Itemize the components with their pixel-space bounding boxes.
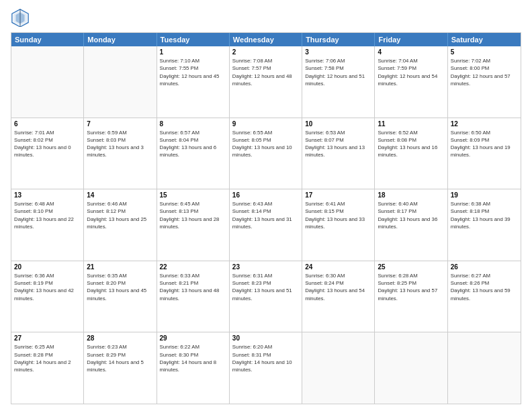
- header-day-tuesday: Tuesday: [157, 33, 230, 46]
- day-cell-26: 26Sunrise: 6:27 AMSunset: 8:26 PMDayligh…: [448, 261, 521, 332]
- day-cell-30: 30Sunrise: 6:20 AMSunset: 8:31 PMDayligh…: [230, 332, 302, 404]
- calendar-body: 1Sunrise: 7:10 AMSunset: 7:55 PMDaylight…: [11, 46, 521, 404]
- day-cell-28: 28Sunrise: 6:23 AMSunset: 8:29 PMDayligh…: [84, 332, 157, 404]
- day-cell-4: 4Sunrise: 7:04 AMSunset: 7:59 PMDaylight…: [375, 46, 447, 118]
- day-info: Sunrise: 6:52 AMSunset: 8:08 PMDaylight:…: [378, 129, 444, 159]
- day-cell-17: 17Sunrise: 6:41 AMSunset: 8:15 PMDayligh…: [302, 189, 375, 261]
- day-number: 23: [232, 263, 299, 271]
- day-number: 28: [87, 334, 153, 342]
- empty-cell: [11, 46, 84, 118]
- day-info: Sunrise: 6:46 AMSunset: 8:12 PMDaylight:…: [87, 200, 153, 230]
- week-row-5: 27Sunrise: 6:25 AMSunset: 8:28 PMDayligh…: [11, 332, 521, 404]
- header-day-wednesday: Wednesday: [230, 33, 302, 46]
- day-number: 16: [232, 191, 299, 199]
- day-cell-27: 27Sunrise: 6:25 AMSunset: 8:28 PMDayligh…: [11, 332, 84, 404]
- day-info: Sunrise: 6:55 AMSunset: 8:05 PMDaylight:…: [232, 129, 299, 159]
- day-number: 11: [378, 120, 444, 128]
- day-number: 24: [305, 263, 371, 271]
- day-cell-19: 19Sunrise: 6:38 AMSunset: 8:18 PMDayligh…: [448, 189, 521, 261]
- day-number: 19: [451, 191, 518, 199]
- header: [11, 8, 521, 27]
- day-number: 6: [14, 120, 81, 128]
- day-cell-12: 12Sunrise: 6:50 AMSunset: 8:09 PMDayligh…: [448, 118, 521, 189]
- day-number: 9: [232, 120, 299, 128]
- calendar: SundayMondayTuesdayWednesdayThursdayFrid…: [11, 32, 521, 404]
- header-day-thursday: Thursday: [302, 33, 375, 46]
- day-info: Sunrise: 6:41 AMSunset: 8:15 PMDaylight:…: [305, 200, 371, 230]
- day-number: 3: [305, 48, 371, 56]
- day-info: Sunrise: 7:04 AMSunset: 7:59 PMDaylight:…: [378, 57, 444, 87]
- day-info: Sunrise: 7:10 AMSunset: 7:55 PMDaylight:…: [160, 57, 226, 87]
- day-cell-25: 25Sunrise: 6:28 AMSunset: 8:25 PMDayligh…: [375, 261, 447, 332]
- day-cell-16: 16Sunrise: 6:43 AMSunset: 8:14 PMDayligh…: [230, 189, 302, 261]
- week-row-1: 1Sunrise: 7:10 AMSunset: 7:55 PMDaylight…: [11, 46, 521, 118]
- day-cell-10: 10Sunrise: 6:53 AMSunset: 8:07 PMDayligh…: [302, 118, 375, 189]
- day-cell-6: 6Sunrise: 7:01 AMSunset: 8:02 PMDaylight…: [11, 118, 84, 189]
- day-number: 26: [451, 263, 518, 271]
- week-row-4: 20Sunrise: 6:36 AMSunset: 8:19 PMDayligh…: [11, 261, 521, 333]
- page: SundayMondayTuesdayWednesdayThursdayFrid…: [0, 0, 532, 411]
- empty-cell: [84, 46, 157, 118]
- day-info: Sunrise: 7:02 AMSunset: 8:00 PMDaylight:…: [451, 57, 518, 87]
- day-info: Sunrise: 6:50 AMSunset: 8:09 PMDaylight:…: [451, 129, 518, 159]
- day-info: Sunrise: 6:22 AMSunset: 8:30 PMDaylight:…: [160, 343, 226, 373]
- logo-icon: [11, 8, 30, 27]
- day-number: 14: [87, 191, 153, 199]
- day-cell-3: 3Sunrise: 7:06 AMSunset: 7:58 PMDaylight…: [302, 46, 375, 118]
- day-info: Sunrise: 6:45 AMSunset: 8:13 PMDaylight:…: [160, 200, 226, 230]
- day-number: 12: [451, 120, 518, 128]
- day-number: 27: [14, 334, 81, 342]
- day-number: 30: [232, 334, 299, 342]
- day-number: 25: [378, 263, 444, 271]
- day-info: Sunrise: 6:53 AMSunset: 8:07 PMDaylight:…: [305, 129, 371, 159]
- day-number: 29: [160, 334, 226, 342]
- calendar-header: SundayMondayTuesdayWednesdayThursdayFrid…: [11, 33, 521, 46]
- day-number: 13: [14, 191, 81, 199]
- day-info: Sunrise: 6:27 AMSunset: 8:26 PMDaylight:…: [451, 272, 518, 302]
- day-info: Sunrise: 6:33 AMSunset: 8:21 PMDaylight:…: [160, 272, 226, 302]
- day-cell-13: 13Sunrise: 6:48 AMSunset: 8:10 PMDayligh…: [11, 189, 84, 261]
- day-info: Sunrise: 6:28 AMSunset: 8:25 PMDaylight:…: [378, 272, 444, 302]
- day-info: Sunrise: 6:25 AMSunset: 8:28 PMDaylight:…: [14, 343, 81, 373]
- day-info: Sunrise: 6:20 AMSunset: 8:31 PMDaylight:…: [232, 343, 299, 373]
- day-number: 22: [160, 263, 226, 271]
- day-info: Sunrise: 7:01 AMSunset: 8:02 PMDaylight:…: [14, 129, 81, 159]
- day-number: 7: [87, 120, 153, 128]
- day-info: Sunrise: 7:08 AMSunset: 7:57 PMDaylight:…: [232, 57, 299, 87]
- day-cell-8: 8Sunrise: 6:57 AMSunset: 8:04 PMDaylight…: [157, 118, 230, 189]
- day-info: Sunrise: 6:35 AMSunset: 8:20 PMDaylight:…: [87, 272, 153, 302]
- day-info: Sunrise: 6:38 AMSunset: 8:18 PMDaylight:…: [451, 200, 518, 230]
- day-number: 10: [305, 120, 371, 128]
- day-cell-11: 11Sunrise: 6:52 AMSunset: 8:08 PMDayligh…: [375, 118, 447, 189]
- day-cell-22: 22Sunrise: 6:33 AMSunset: 8:21 PMDayligh…: [157, 261, 230, 332]
- day-info: Sunrise: 7:06 AMSunset: 7:58 PMDaylight:…: [305, 57, 371, 87]
- week-row-2: 6Sunrise: 7:01 AMSunset: 8:02 PMDaylight…: [11, 118, 521, 190]
- day-info: Sunrise: 6:23 AMSunset: 8:29 PMDaylight:…: [87, 343, 153, 373]
- day-number: 21: [87, 263, 153, 271]
- day-number: 2: [232, 48, 299, 56]
- day-number: 17: [305, 191, 371, 199]
- day-number: 8: [160, 120, 226, 128]
- header-day-sunday: Sunday: [11, 33, 84, 46]
- day-cell-18: 18Sunrise: 6:40 AMSunset: 8:17 PMDayligh…: [375, 189, 447, 261]
- day-info: Sunrise: 6:30 AMSunset: 8:24 PMDaylight:…: [305, 272, 371, 302]
- day-cell-14: 14Sunrise: 6:46 AMSunset: 8:12 PMDayligh…: [84, 189, 157, 261]
- day-info: Sunrise: 6:57 AMSunset: 8:04 PMDaylight:…: [160, 129, 226, 159]
- day-cell-7: 7Sunrise: 6:59 AMSunset: 8:03 PMDaylight…: [84, 118, 157, 189]
- day-cell-21: 21Sunrise: 6:35 AMSunset: 8:20 PMDayligh…: [84, 261, 157, 332]
- day-cell-15: 15Sunrise: 6:45 AMSunset: 8:13 PMDayligh…: [157, 189, 230, 261]
- header-day-monday: Monday: [84, 33, 157, 46]
- day-cell-2: 2Sunrise: 7:08 AMSunset: 7:57 PMDaylight…: [230, 46, 302, 118]
- empty-cell: [375, 332, 447, 404]
- empty-cell: [302, 332, 375, 404]
- day-cell-24: 24Sunrise: 6:30 AMSunset: 8:24 PMDayligh…: [302, 261, 375, 332]
- day-cell-23: 23Sunrise: 6:31 AMSunset: 8:23 PMDayligh…: [230, 261, 302, 332]
- day-info: Sunrise: 6:48 AMSunset: 8:10 PMDaylight:…: [14, 200, 81, 230]
- day-info: Sunrise: 6:59 AMSunset: 8:03 PMDaylight:…: [87, 129, 153, 159]
- day-number: 5: [451, 48, 518, 56]
- day-cell-9: 9Sunrise: 6:55 AMSunset: 8:05 PMDaylight…: [230, 118, 302, 189]
- day-number: 15: [160, 191, 226, 199]
- week-row-3: 13Sunrise: 6:48 AMSunset: 8:10 PMDayligh…: [11, 189, 521, 261]
- day-cell-20: 20Sunrise: 6:36 AMSunset: 8:19 PMDayligh…: [11, 261, 84, 332]
- day-number: 4: [378, 48, 444, 56]
